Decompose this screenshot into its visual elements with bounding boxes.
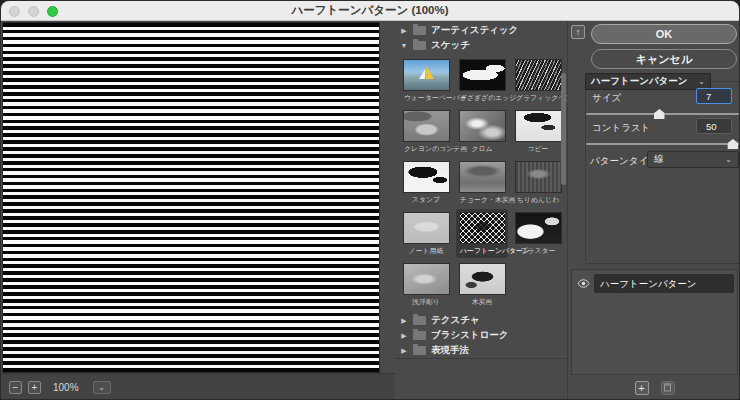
size-input[interactable]: 7 [696,88,732,104]
filter-thumbnail-image [459,59,506,91]
filter-thumbnail-image [515,212,562,244]
filter-thumbnail-image [403,110,450,142]
filter-thumbnail-item[interactable]: グラフィックペン [512,56,564,105]
filter-thumbnail-label: プラスター [516,246,560,255]
filter-thumbnail-image [459,110,506,142]
filter-thumbnail-label: クロム [460,144,504,153]
filter-thumbnail-item[interactable]: ノート用紙 [400,209,452,258]
settings-panel: ↑ OK キャンセル ハーフトーンパターン ⌄ サイズ 7 コントラスト 50 … [567,21,740,399]
size-slider-thumb[interactable] [654,109,665,119]
zoom-level-dropdown[interactable]: ⌄ [93,381,111,394]
effect-layer-label: ハーフトーンパターン [594,274,734,293]
filter-gallery-dialog: ハーフトーンパターン (100%) − + 100% ⌄ ▶ アーティスティック… [0,0,740,400]
filter-thumbnail-image [515,161,562,193]
filter-thumbnail-label: 浅浮彫り [404,297,448,306]
filter-thumbnail-item[interactable]: 木炭画 [456,260,508,309]
filter-category-list-bottom: ▶ テクスチャ ▶ ブラシストローク ▶ 表現手法 ▶ 変形 [395,313,567,359]
size-label: サイズ [592,92,621,105]
filter-list-scrollbar[interactable] [561,73,566,185]
zoom-out-button[interactable]: − [9,381,22,394]
minimize-button[interactable] [28,6,39,17]
filter-thumbnail-image [459,212,506,244]
filter-thumbnail-label: グラフィックペン [516,93,560,102]
filter-thumbnail-label: ちりめんじわ [516,195,560,204]
filter-thumbnail-label: ウォーターペーパー [404,93,448,102]
trash-icon [663,382,672,392]
filter-category[interactable]: ▶ ブラシストローク [395,328,567,343]
filter-thumbnail-image [403,212,450,244]
filter-thumbnail-image [459,161,506,193]
filter-thumbnail-image [459,263,506,295]
contrast-input[interactable]: 50 [696,118,732,134]
visibility-eye-icon[interactable] [575,279,591,288]
window-title: ハーフトーンパターン (100%) [291,3,448,18]
ok-button[interactable]: OK [591,24,737,44]
filter-name-dropdown[interactable]: ハーフトーンパターン ⌄ [585,73,711,90]
filter-thumbnail-image [403,263,450,295]
filter-thumbnail-item[interactable]: スタンプ [400,158,452,207]
filter-thumbnail-image [515,59,562,91]
folder-icon [413,331,426,340]
filter-category-label: スケッチ [431,39,470,52]
filter-thumbnail-image [403,59,450,91]
disclosure-triangle-icon: ▶ [400,347,408,355]
cancel-button[interactable]: キャンセル [591,49,737,69]
filter-category-label: アーティスティック [431,24,518,37]
filter-thumbnail-item[interactable]: ちりめんじわ [512,158,564,207]
chevron-down-icon: ⌄ [698,78,705,86]
filter-thumbnail-label: チョーク・木炭画 [460,195,504,204]
filter-name-value: ハーフトーンパターン [591,75,688,88]
pattern-type-value: 線 [654,153,664,166]
contrast-slider-thumb[interactable] [727,139,738,149]
folder-icon [413,316,426,325]
new-effect-layer-button[interactable]: + [635,381,649,395]
folder-icon [413,41,426,50]
filter-thumbnail-item[interactable]: プラスター [512,209,564,258]
filter-thumbnail-label: コピー [516,144,560,153]
effect-layer-actions: + [568,381,740,395]
folder-icon [413,346,426,355]
effect-layers-list: ハーフトーンパターン [571,269,738,375]
title-bar: ハーフトーンパターン (100%) [1,1,739,21]
filter-thumbnail-item[interactable]: コピー [512,107,564,156]
filter-category[interactable]: ▶ 変形 [395,358,567,359]
disclosure-triangle-icon: ▶ [400,27,408,35]
filter-category[interactable]: ▼ スケッチ [395,38,567,53]
filter-thumbnail-item[interactable]: クロム [456,107,508,156]
filter-category[interactable]: ▶ アーティスティック [395,23,567,38]
collapse-thumbnails-button[interactable]: ↑ [571,25,585,39]
filter-thumbnail-item[interactable]: ぎざぎざのエッジ [456,56,508,105]
filter-preview-canvas[interactable] [2,22,380,373]
filter-thumbnail-label: スタンプ [404,195,448,204]
filter-category-list-top: ▶ アーティスティック ▼ スケッチ [395,23,567,53]
filter-thumbnail-item[interactable]: ウォーターペーパー [400,56,452,105]
contrast-label: コントラスト [592,122,650,135]
close-button[interactable] [9,6,20,17]
filter-thumbnails-grid: ウォーターペーパー ぎざぎざのエッジ グラフィックペン クレヨンのコンテ画 クロ… [395,53,567,313]
pattern-type-dropdown[interactable]: 線 ⌄ [647,151,739,168]
preview-status-bar: − + 100% ⌄ [1,373,395,400]
filter-thumbnail-label: 木炭画 [460,297,504,306]
folder-icon [413,26,426,35]
effect-layer-row[interactable]: ハーフトーンパターン [575,274,734,293]
zoom-window-button[interactable] [47,6,58,17]
zoom-level-value: 100% [53,382,79,393]
filter-thumbnail-label: ぎざぎざのエッジ [460,93,504,102]
disclosure-triangle-icon: ▼ [400,42,408,49]
contrast-slider[interactable] [586,139,739,149]
filter-thumbnail-image [515,110,562,142]
contrast-slider-track [586,143,739,145]
filter-thumbnail-item[interactable]: クレヨンのコンテ画 [400,107,452,156]
filter-thumbnail-item[interactable]: ハーフトーンパターン [456,209,508,258]
filter-thumbnail-item[interactable]: チョーク・木炭画 [456,158,508,207]
filter-thumbnail-label: クレヨンのコンテ画 [404,144,448,153]
filter-category[interactable]: ▶ テクスチャ [395,313,567,328]
filter-category[interactable]: ▶ 表現手法 [395,343,567,358]
zoom-in-button[interactable]: + [28,381,41,394]
delete-effect-layer-button[interactable] [661,381,675,395]
disclosure-triangle-icon: ▶ [400,332,408,340]
filter-category-label: ブラシストローク [431,329,509,342]
filter-thumbnail-item[interactable]: 浅浮彫り [400,260,452,309]
filter-category-label: テクスチャ [431,314,480,327]
filter-category-label: 表現手法 [431,344,469,357]
